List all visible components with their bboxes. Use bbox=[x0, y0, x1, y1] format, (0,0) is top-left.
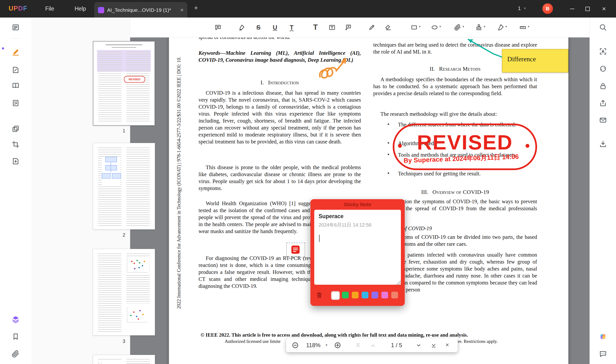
document-tab-title: AI_Technique...OVID-19 (1)* bbox=[107, 7, 178, 13]
difference-note-box[interactable]: Difference bbox=[502, 49, 568, 73]
zoom-out-button[interactable] bbox=[292, 342, 299, 349]
text-box-tool-button[interactable] bbox=[327, 23, 337, 32]
mail-icon bbox=[599, 116, 607, 124]
attach-file-caret-icon[interactable]: ▾ bbox=[462, 25, 464, 28]
close-toolbar-button[interactable]: × bbox=[445, 341, 449, 349]
extract-page-button[interactable] bbox=[12, 157, 20, 165]
difference-note-label: Difference bbox=[503, 50, 568, 63]
new-tab-button[interactable]: + bbox=[194, 4, 198, 12]
share-button[interactable] bbox=[599, 99, 607, 107]
window-maximize-button[interactable] bbox=[581, 0, 594, 18]
color-swatch-orange[interactable] bbox=[352, 292, 359, 299]
zoom-caret-icon[interactable]: ▾ bbox=[326, 343, 327, 347]
fill-sign-button[interactable] bbox=[12, 99, 20, 107]
ellipse-shape-tool-button[interactable] bbox=[430, 23, 439, 32]
bullet-item-4: Techniques used for getting the result. bbox=[398, 170, 537, 177]
highlighter-block-tool-button[interactable] bbox=[383, 23, 393, 32]
ai-assistant-button[interactable] bbox=[599, 333, 607, 341]
underline-tool-button[interactable]: U bbox=[270, 23, 280, 32]
stamp-handle-right[interactable] bbox=[526, 144, 529, 148]
notification-caret-icon[interactable]: ▾ bbox=[524, 6, 526, 10]
signature-tool-button[interactable] bbox=[496, 23, 505, 32]
page-thumbnail-3[interactable] bbox=[93, 249, 155, 335]
chat-bubble-icon bbox=[599, 350, 607, 358]
attachment-panel-button[interactable] bbox=[12, 350, 20, 358]
color-swatch-purple[interactable] bbox=[372, 292, 378, 299]
highlighter-block-icon bbox=[385, 24, 392, 31]
sticky-note-popup[interactable]: Sticky Note Superace 2024年6月11日 14:12:56 bbox=[310, 199, 405, 306]
organize-pages-button[interactable] bbox=[12, 125, 20, 133]
close-icon: × bbox=[602, 5, 606, 13]
menu-file[interactable]: File bbox=[43, 0, 56, 18]
ai-assistant-icon bbox=[599, 333, 607, 341]
attach-file-tool-button[interactable] bbox=[453, 23, 462, 32]
menu-help[interactable]: Help bbox=[72, 0, 88, 18]
page-indicator[interactable]: 1 / 5 bbox=[381, 342, 412, 349]
squiggly-underline-tool-button[interactable]: T bbox=[287, 23, 296, 32]
window-minimize-button[interactable] bbox=[566, 0, 578, 18]
callout-tool-button[interactable] bbox=[343, 23, 353, 32]
section-heading-overview: III. Overview of COVID-19 bbox=[373, 189, 537, 195]
zoom-level-value[interactable]: 118% bbox=[303, 342, 324, 349]
first-page-button[interactable] bbox=[355, 342, 361, 349]
stamp-tool-button[interactable] bbox=[474, 23, 484, 32]
delete-note-button[interactable] bbox=[316, 291, 323, 299]
email-button[interactable] bbox=[599, 116, 607, 124]
last-page-button[interactable] bbox=[431, 342, 437, 349]
previous-page-button[interactable] bbox=[370, 342, 376, 349]
measure-caret-icon[interactable]: ▾ bbox=[528, 25, 529, 28]
stamp-caret-icon[interactable]: ▾ bbox=[484, 25, 485, 28]
bookmark-panel-button[interactable] bbox=[12, 333, 20, 341]
sticky-note-tool-button[interactable] bbox=[213, 23, 223, 32]
color-swatch-salmon[interactable] bbox=[391, 292, 398, 299]
avatar[interactable]: B bbox=[542, 3, 553, 14]
convert-button[interactable] bbox=[599, 65, 607, 73]
page-thumbnail-1[interactable]: REVISED bbox=[93, 41, 155, 126]
strikethrough-tool-button[interactable]: S bbox=[254, 23, 263, 32]
highlight-marker-tool-button[interactable] bbox=[237, 23, 246, 32]
page-thumbnail-4[interactable] bbox=[93, 355, 155, 364]
save-button[interactable] bbox=[599, 140, 607, 148]
next-page-button[interactable] bbox=[416, 342, 422, 349]
comment-mode-button-active[interactable] bbox=[12, 48, 20, 56]
feedback-button[interactable] bbox=[599, 350, 607, 358]
sticky-note-timestamp: 2024年6月11日 14:12:56 bbox=[319, 222, 372, 228]
ellipse-shape-caret-icon[interactable]: ▾ bbox=[439, 25, 441, 28]
updf-logo[interactable]: UPDF bbox=[9, 5, 28, 12]
color-swatch-pink[interactable] bbox=[381, 292, 388, 299]
stamp-handle-left[interactable] bbox=[398, 144, 402, 148]
signature-caret-icon[interactable]: ▾ bbox=[505, 25, 507, 28]
pencil-icon bbox=[368, 24, 375, 31]
paperclip-icon bbox=[454, 24, 461, 31]
orange-squiggle-annotation[interactable] bbox=[316, 54, 361, 82]
rectangle-shape-caret-icon[interactable]: ▾ bbox=[419, 25, 420, 28]
notification-count[interactable]: 1 bbox=[518, 5, 521, 12]
protect-button[interactable] bbox=[599, 82, 607, 90]
teal-arrow-annotation[interactable] bbox=[462, 36, 508, 62]
color-swatch-blue[interactable] bbox=[362, 292, 368, 299]
color-swatch-white-selected[interactable] bbox=[332, 292, 339, 299]
sticky-note-selection-box[interactable] bbox=[286, 243, 305, 258]
zoom-in-button[interactable] bbox=[334, 342, 341, 349]
sticky-note-marker-icon[interactable] bbox=[291, 246, 300, 254]
search-button[interactable] bbox=[599, 23, 607, 31]
document-tab[interactable]: AI_Technique...OVID-19 (1)* × bbox=[94, 2, 187, 18]
signature-nib-icon bbox=[497, 24, 504, 31]
tab-close-icon[interactable]: × bbox=[178, 7, 184, 13]
reader-panel-button[interactable] bbox=[12, 23, 20, 31]
title-bar: UPDF File Help AI_Technique...OVID-19 (1… bbox=[0, 0, 616, 18]
conference-sidebar-text: 2022 International Conference for Advanc… bbox=[176, 57, 182, 309]
measure-tool-button[interactable] bbox=[518, 23, 528, 32]
window-close-button[interactable]: × bbox=[598, 0, 610, 18]
crop-page-button[interactable] bbox=[12, 140, 20, 148]
page-thumbnail-2[interactable] bbox=[93, 143, 155, 229]
edit-pdf-button[interactable] bbox=[12, 66, 20, 74]
rectangle-shape-tool-button[interactable] bbox=[409, 23, 419, 32]
sticky-note-text-input[interactable] bbox=[319, 233, 397, 281]
reader-mode-button[interactable] bbox=[12, 81, 20, 90]
add-text-tool-button[interactable]: T bbox=[311, 23, 320, 32]
ocr-button[interactable] bbox=[599, 47, 607, 55]
layers-panel-button[interactable] bbox=[12, 315, 20, 323]
color-swatch-green[interactable] bbox=[342, 292, 349, 299]
pencil-tool-button[interactable] bbox=[367, 23, 377, 32]
